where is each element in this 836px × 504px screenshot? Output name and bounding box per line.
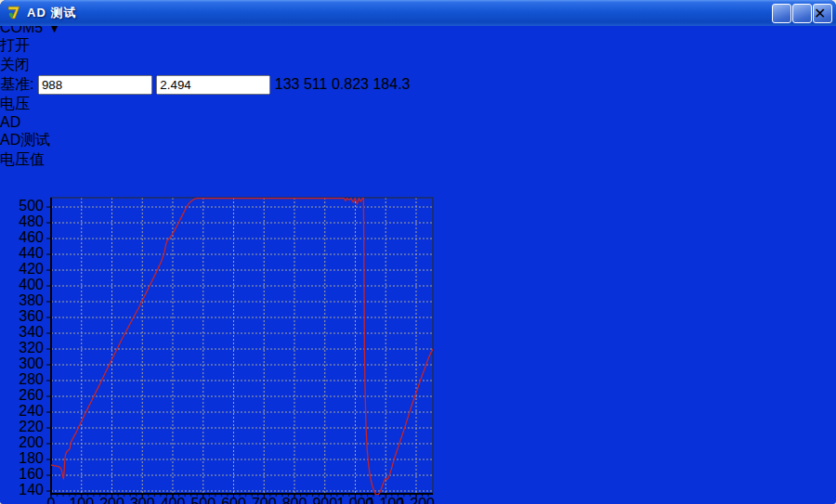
x-tick-label: 600 bbox=[221, 496, 246, 504]
x-tick-label: 100 bbox=[69, 496, 94, 504]
y-tick-label: 420 bbox=[19, 261, 44, 277]
y-tick-label: 200 bbox=[19, 434, 44, 450]
x-tick-label: 0 bbox=[47, 496, 56, 504]
tab-page: AD测试 电压值 01002003004005006007008009001,0… bbox=[0, 131, 836, 504]
x-tick-label: 800 bbox=[282, 496, 307, 504]
y-tick-label: 160 bbox=[19, 466, 44, 482]
close-button[interactable]: ✕ bbox=[813, 4, 832, 23]
close-serial-button[interactable]: 关闭 bbox=[0, 56, 836, 75]
y-tick-label: 140 bbox=[19, 482, 44, 498]
y-tick-label: 360 bbox=[19, 308, 44, 324]
stat-voltage-value: 0.823 bbox=[332, 76, 369, 92]
tab-voltage[interactable]: 电压 bbox=[0, 95, 836, 114]
y-tick-label: 340 bbox=[19, 324, 44, 340]
y-axis-title: 电压值 bbox=[0, 150, 836, 170]
x-tick-label: 900 bbox=[312, 496, 337, 504]
chart-canvas: 01002003004005006007008009001,0001,1001,… bbox=[0, 170, 446, 504]
x-tick-label: 200 bbox=[99, 496, 124, 504]
reference-input-1[interactable] bbox=[38, 75, 152, 95]
y-tick-label: 440 bbox=[19, 245, 44, 261]
window-title: AD 测试 bbox=[27, 5, 76, 21]
x-tick-label: 400 bbox=[161, 496, 186, 504]
stat-min-value: 133 bbox=[275, 76, 300, 92]
y-tick-label: 460 bbox=[19, 229, 44, 245]
y-tick-label: 400 bbox=[19, 277, 44, 292]
y-tick-label: 320 bbox=[19, 340, 44, 355]
close-icon: ✕ bbox=[814, 6, 826, 21]
title-bar: AD 测试 ✕ bbox=[0, 0, 836, 26]
chart-title: AD测试 bbox=[0, 131, 836, 150]
stat-max-value: 511 bbox=[304, 76, 328, 92]
reference-label: 基准: bbox=[0, 76, 33, 92]
tab-ad[interactable]: AD bbox=[0, 114, 836, 131]
y-tick-label: 180 bbox=[19, 450, 44, 466]
x-tick-label: 700 bbox=[252, 496, 277, 504]
minimize-button[interactable] bbox=[772, 4, 791, 23]
data-series-line bbox=[51, 199, 433, 496]
x-tick-label: 1,200 bbox=[398, 496, 435, 504]
reference-input-2[interactable] bbox=[156, 75, 270, 95]
x-tick-label: 500 bbox=[190, 496, 216, 504]
app-icon bbox=[7, 5, 22, 20]
y-tick-label: 480 bbox=[19, 213, 44, 229]
y-tick-label: 240 bbox=[19, 403, 44, 419]
stat-temp-value: 184.3 bbox=[372, 76, 410, 92]
y-tick-label: 220 bbox=[19, 419, 44, 434]
y-tick-label: 300 bbox=[19, 355, 44, 371]
open-button[interactable]: 打开 bbox=[0, 36, 836, 56]
client-area: 端口: COM5 ▼ 打开 关闭 基准: 133 511 0.823 184.3… bbox=[0, 0, 836, 504]
y-tick-label: 380 bbox=[19, 292, 44, 308]
y-tick-label: 260 bbox=[19, 387, 44, 403]
chart-panel: AD测试 电压值 01002003004005006007008009001,0… bbox=[0, 131, 836, 504]
plot-frame bbox=[51, 198, 433, 494]
maximize-button[interactable] bbox=[792, 4, 812, 23]
y-tick-label: 500 bbox=[19, 198, 44, 213]
y-tick-label: 280 bbox=[19, 371, 44, 387]
window: AD 测试 ✕ 端口: COM5 ▼ 打开 关闭 基准: 133 511 0.8… bbox=[0, 0, 836, 504]
x-tick-label: 300 bbox=[130, 496, 155, 504]
